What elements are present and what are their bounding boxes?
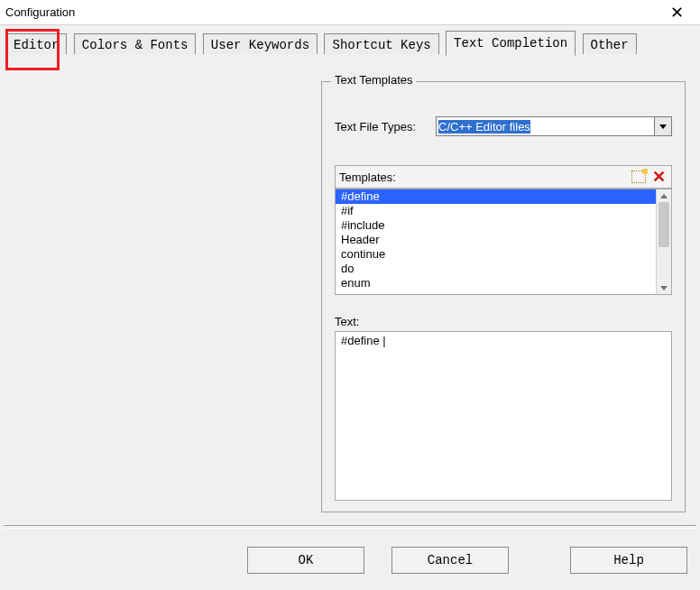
list-item[interactable]: #define — [336, 189, 671, 204]
templates-header: Templates: ✕ — [335, 165, 672, 189]
label-text: Text: — [335, 315, 359, 328]
list-item[interactable]: #if — [336, 204, 671, 218]
list-item[interactable]: Header — [336, 233, 671, 247]
combo-file-types[interactable]: C/C++ Editor files — [436, 116, 672, 136]
scroll-up-icon[interactable] — [657, 189, 671, 202]
template-text-value: #define | — [341, 334, 386, 347]
tab-page-text-completion: Text Templates Text File Types: C/C++ Ed… — [5, 54, 695, 521]
group-legend: Text Templates — [331, 73, 416, 87]
templates-list[interactable]: #define #if #include Header continue do … — [335, 189, 672, 295]
scroll-thumb[interactable] — [659, 202, 669, 247]
group-text-templates: Text Templates Text File Types: C/C++ Ed… — [321, 81, 686, 512]
ok-button[interactable]: OK — [247, 547, 364, 574]
list-item[interactable]: continue — [336, 247, 671, 262]
row-file-types: Text File Types: C/C++ Editor files — [335, 116, 672, 136]
button-bar: OK Cancel Help — [0, 530, 700, 590]
delete-template-button[interactable]: ✕ — [649, 168, 668, 186]
list-item[interactable]: enum — [336, 276, 671, 290]
new-template-button[interactable] — [630, 168, 648, 186]
label-templates: Templates: — [339, 171, 628, 184]
templates-list-scrollbar[interactable] — [656, 189, 671, 294]
separator — [4, 525, 696, 529]
tabstrip: Editor Colors & Fonts User Keywords Shor… — [5, 31, 695, 55]
cancel-button[interactable]: Cancel — [391, 547, 509, 574]
titlebar: Configuration ✕ — [0, 0, 700, 25]
delete-icon: ✕ — [652, 167, 666, 187]
tab-text-completion[interactable]: Text Completion — [446, 31, 576, 56]
combo-file-types-selected-text: C/C++ Editor files — [438, 120, 530, 134]
new-template-icon — [631, 171, 646, 183]
template-text-input[interactable]: #define | — [335, 331, 672, 501]
list-item[interactable]: #include — [336, 218, 671, 233]
close-icon[interactable]: ✕ — [659, 5, 695, 21]
list-item[interactable]: do — [336, 262, 671, 276]
scroll-down-icon[interactable] — [657, 281, 671, 294]
combo-file-types-value[interactable]: C/C++ Editor files — [436, 116, 654, 136]
label-file-types: Text File Types: — [335, 120, 436, 134]
chevron-down-icon[interactable] — [654, 116, 672, 136]
window-title: Configuration — [5, 5, 75, 19]
help-button[interactable]: Help — [570, 547, 687, 574]
